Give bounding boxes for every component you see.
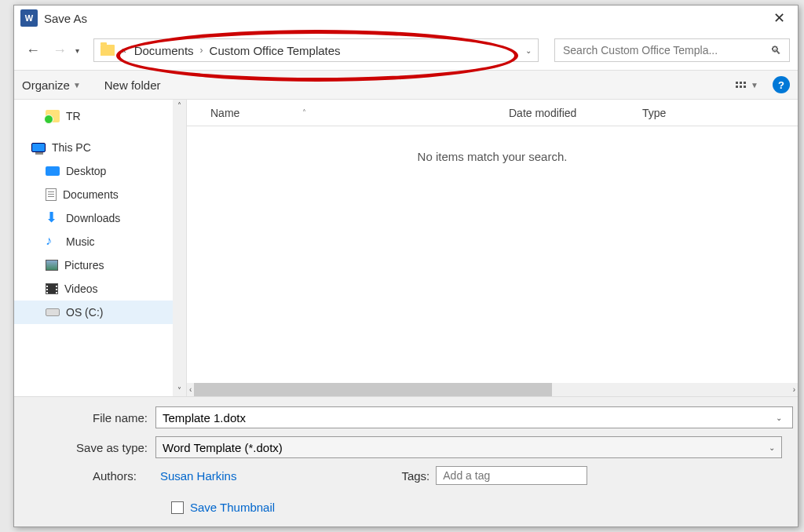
tree-label: Pictures	[64, 259, 104, 271]
dropdown-icon: ⌄	[769, 443, 775, 452]
scroll-down-icon[interactable]: ˅	[176, 384, 183, 396]
tree-item-music[interactable]: ♪ Music	[14, 230, 186, 253]
scroll-track[interactable]	[194, 383, 790, 396]
column-headers: Name ˄ Date modified Type	[187, 100, 798, 126]
navigation-tree: TR This PC Desktop Documents ⬇ Downloads…	[14, 100, 187, 396]
document-icon	[46, 188, 57, 201]
tree-label: Desktop	[66, 165, 106, 177]
breadcrumb-custom-templates[interactable]: Custom Office Templates	[210, 44, 341, 57]
save-thumbnail-checkbox[interactable]	[171, 501, 184, 514]
tags-input[interactable]	[436, 466, 587, 485]
tree-item-this-pc[interactable]: This PC	[14, 136, 186, 159]
tree-item-downloads[interactable]: ⬇ Downloads	[14, 206, 186, 230]
tree-label: Music	[66, 235, 95, 248]
authors-label: Authors:	[93, 469, 137, 483]
dialog-title: Save As	[44, 12, 766, 25]
address-bar[interactable]: « Documents › Custom Office Templates ⌄	[93, 38, 539, 62]
sort-indicator-icon: ˄	[302, 108, 306, 117]
breadcrumb-documents[interactable]: Documents	[134, 44, 194, 57]
search-input[interactable]	[563, 44, 770, 56]
desktop-icon	[46, 166, 60, 176]
tr-folder-icon	[46, 110, 60, 122]
recent-locations-button[interactable]: ▾	[75, 46, 79, 55]
breadcrumb-separator-icon: ›	[200, 45, 203, 56]
breadcrumb-back-icon[interactable]: «	[121, 45, 126, 56]
back-button[interactable]: ←	[22, 39, 44, 61]
word-app-icon: W	[20, 9, 38, 27]
scroll-thumb[interactable]	[194, 383, 552, 396]
close-button[interactable]: ✕	[766, 5, 791, 31]
scroll-up-icon[interactable]: ˄	[176, 100, 183, 111]
organize-label: Organize	[22, 78, 70, 92]
save-form: File name: ⌄ Save as type: Word Template…	[14, 396, 798, 527]
pc-icon	[31, 143, 46, 152]
tree-item-os-c[interactable]: OS (C:)	[14, 301, 186, 324]
tree-label: Videos	[64, 282, 98, 295]
scroll-left-icon[interactable]: ‹	[187, 385, 194, 394]
tags-label: Tags:	[401, 469, 429, 483]
save-as-dialog: W Save As ✕ ← → ▾ « Documents › Custom O…	[13, 5, 799, 527]
filename-input[interactable]	[155, 406, 793, 428]
address-dropdown-icon[interactable]: ⌄	[525, 46, 532, 55]
tree-item-videos[interactable]: Videos	[14, 277, 186, 301]
search-icon[interactable]: 🔍︎	[770, 44, 781, 56]
tree-item-documents[interactable]: Documents	[14, 183, 186, 206]
download-icon: ⬇	[46, 212, 60, 224]
picture-icon	[46, 260, 58, 271]
content-horizontal-scrollbar[interactable]: ‹ ›	[187, 383, 798, 396]
organize-button[interactable]: Organize ▼	[22, 78, 81, 92]
column-name-label: Name	[210, 107, 239, 119]
tree-label: This PC	[52, 141, 91, 154]
dropdown-icon: ▼	[751, 81, 758, 89]
drive-icon	[46, 308, 60, 316]
toolbar: Organize ▼ New folder ▼ ?	[14, 70, 798, 100]
folder-icon	[100, 45, 115, 56]
saveastype-label: Save as type:	[61, 441, 155, 454]
filename-label: File name:	[61, 411, 155, 425]
view-grid-icon	[736, 82, 746, 88]
music-icon: ♪	[46, 235, 60, 248]
new-folder-button[interactable]: New folder	[104, 78, 161, 92]
body-split: TR This PC Desktop Documents ⬇ Downloads…	[14, 100, 798, 396]
authors-value[interactable]: Susan Harkins	[160, 469, 237, 483]
dropdown-icon: ▼	[73, 81, 81, 89]
tree-label: Documents	[63, 188, 119, 201]
forward-button[interactable]: →	[49, 39, 71, 61]
titlebar: W Save As ✕	[14, 5, 798, 31]
navigation-row: ← → ▾ « Documents › Custom Office Templa…	[14, 31, 798, 70]
save-thumbnail-label: Save Thumbnail	[190, 501, 275, 514]
tree-item-desktop[interactable]: Desktop	[14, 159, 186, 183]
tree-label: TR	[66, 110, 81, 122]
column-date-modified[interactable]: Date modified	[509, 107, 642, 119]
search-box[interactable]: 🔍︎	[554, 38, 790, 62]
tree-label: Downloads	[66, 212, 120, 224]
file-list-panel: Name ˄ Date modified Type No items match…	[187, 100, 798, 396]
tree-scrollbar[interactable]: ˄ ˅	[173, 100, 186, 396]
help-button[interactable]: ?	[773, 76, 790, 93]
tree-label: OS (C:)	[66, 306, 103, 319]
tree-item-pictures[interactable]: Pictures	[14, 253, 186, 277]
column-type[interactable]: Type	[642, 107, 798, 119]
filename-dropdown-icon[interactable]: ⌄	[776, 414, 782, 422]
empty-message: No items match your search.	[187, 126, 798, 383]
tree-item-tr[interactable]: TR	[14, 104, 186, 128]
video-icon	[46, 283, 58, 294]
scroll-right-icon[interactable]: ›	[791, 385, 798, 394]
view-options-button[interactable]: ▼	[736, 81, 758, 89]
saveastype-combo[interactable]: Word Template (*.dotx) ⌄	[155, 436, 782, 458]
saveastype-value: Word Template (*.dotx)	[163, 441, 283, 454]
column-name[interactable]: Name ˄	[210, 107, 509, 119]
